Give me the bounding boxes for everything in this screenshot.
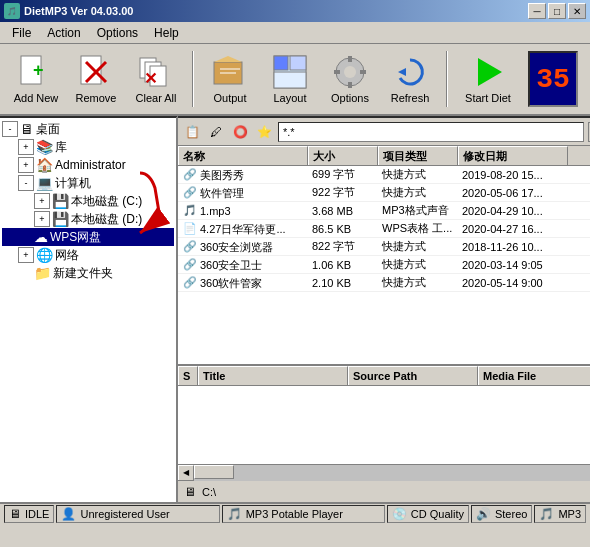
bcol-title-header[interactable]: Title bbox=[198, 366, 348, 385]
scroll-thumb[interactable] bbox=[194, 465, 234, 479]
quality-icon: 💿 bbox=[392, 507, 407, 521]
scroll-left-button[interactable]: ◀ bbox=[178, 465, 194, 481]
remove-button[interactable]: Remove bbox=[68, 49, 124, 109]
tree-label-newfolder: 新建文件夹 bbox=[53, 265, 113, 282]
tree-label-administrator: Administrator bbox=[55, 158, 126, 172]
file-name-cell: 🔗360安全浏览器 bbox=[178, 239, 308, 255]
bottom-table: S Title Source Path Media File bbox=[178, 364, 590, 464]
tree-expand-administrator[interactable]: + bbox=[18, 157, 34, 173]
idle-icon: 🖥 bbox=[9, 507, 21, 521]
status-bar: 🖥 IDLE 👤 Unregistered User 🎵 MP3 Potable… bbox=[0, 502, 590, 524]
svg-rect-15 bbox=[290, 56, 306, 70]
cdrive-icon: 💾 bbox=[52, 193, 69, 209]
minimize-button[interactable]: ─ bbox=[528, 3, 546, 19]
status-player: 🎵 MP3 Potable Player bbox=[222, 505, 385, 523]
tree-expand-network[interactable]: + bbox=[18, 247, 34, 263]
start-diet-button[interactable]: Start Diet bbox=[456, 49, 520, 109]
bcol-media-header[interactable]: Media File bbox=[478, 366, 590, 385]
right-panel: 📋 🖊 ⭕ ⭐ *.* ▼ 名称 大小 项目类型 修改日期 🔗美图秀秀 69 bbox=[178, 116, 590, 502]
library-icon: 📚 bbox=[36, 139, 53, 155]
menu-help[interactable]: Help bbox=[146, 24, 187, 42]
address-value: *.* bbox=[283, 126, 295, 138]
col-type-header[interactable]: 项目类型 bbox=[378, 146, 458, 165]
tree-item-library[interactable]: + 📚 库 bbox=[2, 138, 174, 156]
file-name-cell: 🔗360安全卫士 bbox=[178, 257, 308, 273]
channel-icon: 🔊 bbox=[476, 507, 491, 521]
menu-options[interactable]: Options bbox=[89, 24, 146, 42]
tree-expand-cdrive[interactable]: + bbox=[34, 193, 50, 209]
tree-expand-ddrive[interactable]: + bbox=[34, 211, 50, 227]
svg-rect-11 bbox=[220, 68, 240, 70]
svg-marker-23 bbox=[398, 68, 406, 76]
tree-expand-library[interactable]: + bbox=[18, 139, 34, 155]
tree-item-administrator[interactable]: + 🏠 Administrator bbox=[2, 156, 174, 174]
toolbar2: 📋 🖊 ⭕ ⭐ *.* ▼ bbox=[178, 118, 590, 146]
title-bar: 🎵 DietMP3 Ver 04.03.00 ─ □ ✕ bbox=[0, 0, 590, 22]
file-date-cell: 2020-04-27 16... bbox=[458, 223, 568, 235]
bcol-s-header[interactable]: S bbox=[178, 366, 198, 385]
table-row[interactable]: 🔗软件管理 922 字节 快捷方式 2020-05-06 17... bbox=[178, 184, 590, 202]
output-button[interactable]: Output bbox=[202, 49, 258, 109]
table-row[interactable]: 🔗360安全卫士 1.06 KB 快捷方式 2020-03-14 9:05 bbox=[178, 256, 590, 274]
bcol-src-header[interactable]: Source Path bbox=[348, 366, 478, 385]
main-content: - 🖥 桌面 + 📚 库 + 🏠 Administrator - 💻 计算机 bbox=[0, 116, 590, 502]
add-new-button[interactable]: + Add New bbox=[8, 49, 64, 109]
table-row[interactable]: 🔗360安全浏览器 822 字节 快捷方式 2018-11-26 10... bbox=[178, 238, 590, 256]
table-row[interactable]: 📄4.27日华军待更... 86.5 KB WPS表格 工... 2020-04… bbox=[178, 220, 590, 238]
file-date-cell: 2020-03-14 9:05 bbox=[458, 259, 568, 271]
tb2-btn-clipboard[interactable]: 📋 bbox=[182, 122, 202, 142]
status-channel: 🔊 Stereo bbox=[471, 505, 532, 523]
clear-all-icon: ✕ bbox=[138, 54, 174, 90]
table-row[interactable]: 🔗美图秀秀 699 字节 快捷方式 2019-08-20 15... bbox=[178, 166, 590, 184]
bottom-table-header: S Title Source Path Media File bbox=[178, 366, 590, 386]
svg-point-18 bbox=[344, 66, 356, 78]
options-button[interactable]: Options bbox=[322, 49, 378, 109]
tree-item-wps[interactable]: ☁ WPS网盘 bbox=[2, 228, 174, 246]
tree-item-computer[interactable]: - 💻 计算机 bbox=[2, 174, 174, 192]
output-label: Output bbox=[213, 92, 246, 104]
file-type-cell: MP3格式声音 bbox=[378, 203, 458, 218]
refresh-button[interactable]: Refresh bbox=[382, 49, 438, 109]
menu-file[interactable]: File bbox=[4, 24, 39, 42]
tree-item-network[interactable]: + 🌐 网络 bbox=[2, 246, 174, 264]
svg-text:✕: ✕ bbox=[144, 70, 157, 87]
tree-label-cdrive: 本地磁盘 (C:) bbox=[71, 193, 142, 210]
tree-item-cdrive[interactable]: + 💾 本地磁盘 (C:) bbox=[2, 192, 174, 210]
menu-action[interactable]: Action bbox=[39, 24, 88, 42]
scroll-track[interactable] bbox=[194, 465, 590, 481]
col-name-header[interactable]: 名称 bbox=[178, 146, 308, 165]
col-date-header[interactable]: 修改日期 bbox=[458, 146, 568, 165]
options-label: Options bbox=[331, 92, 369, 104]
svg-rect-12 bbox=[220, 72, 236, 74]
add-new-icon: + bbox=[18, 54, 54, 90]
tree-expand-computer[interactable]: - bbox=[18, 175, 34, 191]
network-icon: 🌐 bbox=[36, 247, 53, 263]
horizontal-scrollbar[interactable]: ◀ ▶ bbox=[178, 464, 590, 480]
tb2-btn-star[interactable]: ⭐ bbox=[254, 122, 274, 142]
tree-expand-desktop[interactable]: - bbox=[2, 121, 18, 137]
player-icon: 🎵 bbox=[227, 507, 242, 521]
format-text: MP3 bbox=[558, 508, 581, 520]
tree-item-newfolder[interactable]: 📁 新建文件夹 bbox=[2, 264, 174, 282]
svg-rect-16 bbox=[274, 72, 306, 88]
layout-button[interactable]: Layout bbox=[262, 49, 318, 109]
table-row[interactable]: 🔗360软件管家 2.10 KB 快捷方式 2020-05-14 9:00 bbox=[178, 274, 590, 292]
file-tree: - 🖥 桌面 + 📚 库 + 🏠 Administrator - 💻 计算机 bbox=[0, 118, 176, 284]
bottom-table-body bbox=[178, 386, 590, 460]
clear-all-button[interactable]: ✕ Clear All bbox=[128, 49, 184, 109]
start-diet-label: Start Diet bbox=[465, 92, 511, 104]
ddrive-icon: 💾 bbox=[52, 211, 69, 227]
maximize-button[interactable]: □ bbox=[548, 3, 566, 19]
tree-item-ddrive[interactable]: + 💾 本地磁盘 (D:) bbox=[2, 210, 174, 228]
svg-text:+: + bbox=[33, 60, 44, 80]
tree-item-desktop[interactable]: - 🖥 桌面 bbox=[2, 120, 174, 138]
close-button[interactable]: ✕ bbox=[568, 3, 586, 19]
file-type-cell: 快捷方式 bbox=[378, 239, 458, 254]
clear-all-label: Clear All bbox=[136, 92, 177, 104]
idle-text: IDLE bbox=[25, 508, 49, 520]
tb2-btn-circle[interactable]: ⭕ bbox=[230, 122, 250, 142]
tb2-btn-edit[interactable]: 🖊 bbox=[206, 122, 226, 142]
table-row[interactable]: 🎵1.mp3 3.68 MB MP3格式声音 2020-04-29 10... bbox=[178, 202, 590, 220]
col-size-header[interactable]: 大小 bbox=[308, 146, 378, 165]
file-size-cell: 1.06 KB bbox=[308, 259, 378, 271]
